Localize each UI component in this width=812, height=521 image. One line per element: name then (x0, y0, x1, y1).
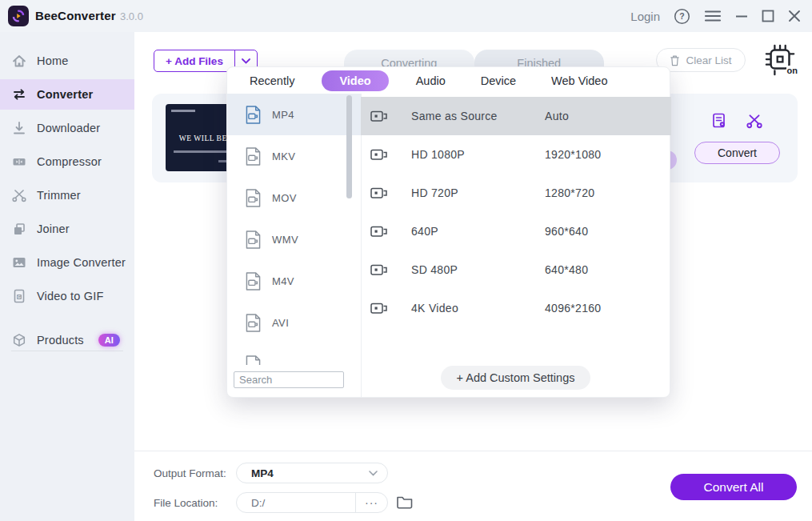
search-input[interactable] (234, 371, 344, 388)
convert-button[interactable]: Convert (694, 142, 780, 164)
resolution-list: Same as Source Auto HD 1080P 1920*1080 H… (361, 97, 671, 327)
video-file-icon (245, 188, 262, 208)
sidebar-item-label: Joiner (37, 222, 70, 235)
resolution-value: 4096*2160 (545, 302, 601, 315)
sidebar-item-products[interactable]: Products AI (0, 325, 134, 355)
resolution-item-640p[interactable]: 640P 960*640 (361, 212, 671, 250)
sidebar-item-label: Converter (37, 88, 93, 101)
svg-text:?: ? (679, 11, 684, 21)
clear-list-label: Clear List (686, 54, 731, 66)
resolution-value: 1280*720 (545, 186, 594, 199)
downloader-icon (11, 120, 27, 136)
menu-icon[interactable] (704, 10, 722, 22)
thumbnail-header-text (171, 110, 195, 112)
add-custom-settings-button[interactable]: + Add Custom Settings (441, 366, 590, 390)
compressor-icon (11, 154, 27, 170)
ai-badge: AI (98, 334, 120, 347)
video-camera-icon (370, 226, 388, 238)
app-title: BeeConverter (35, 9, 116, 22)
format-list: MP4 MKV MOV WMV M4V (227, 94, 361, 365)
tab-web-video[interactable]: Web Video (543, 70, 615, 91)
resolution-value: Auto (545, 110, 569, 122)
trash-icon (670, 54, 680, 66)
image-converter-icon (11, 254, 27, 271)
format-item-avi[interactable]: AVI (227, 302, 361, 343)
app-version: 3.0.0 (120, 10, 143, 22)
tab-audio[interactable]: Audio (408, 70, 454, 91)
video-file-icon (245, 146, 262, 166)
sidebar-item-joiner[interactable]: Joiner (0, 214, 134, 244)
browse-more-button[interactable]: ··· (355, 493, 387, 512)
convert-all-button[interactable]: Convert All (670, 474, 797, 500)
format-item-wmv[interactable]: WMV (227, 218, 361, 260)
video-file-icon (245, 355, 262, 366)
sidebar-item-image-converter[interactable]: Image Converter (0, 247, 134, 278)
format-popup: Recently Video Audio Device Web Video MP… (226, 66, 670, 398)
video-camera-icon (370, 187, 388, 199)
gpu-acceleration-toggle[interactable]: on (764, 43, 798, 77)
format-label: MP4 (272, 109, 294, 121)
format-list-scrollbar[interactable] (346, 95, 352, 198)
tab-recently[interactable]: Recently (242, 70, 302, 91)
edit-settings-icon[interactable] (710, 112, 728, 130)
sidebar-item-compressor[interactable]: Compressor (0, 146, 134, 177)
login-button[interactable]: Login (630, 10, 660, 23)
resolution-item-hd-1080p[interactable]: HD 1080P 1920*1080 (361, 135, 671, 174)
app-window: BeeConverter 3.0.0 Login ? Home (0, 0, 812, 521)
trim-scissors-icon[interactable] (746, 112, 763, 130)
resolution-item-sd-480p[interactable]: SD 480P 640*480 (361, 250, 671, 289)
video-camera-icon (370, 264, 388, 276)
format-label: MKV (272, 150, 295, 162)
joiner-icon (11, 221, 27, 237)
tab-video[interactable]: Video (322, 70, 388, 91)
resolution-item-4k[interactable]: 4K Video 4096*2160 (361, 289, 671, 327)
sidebar-item-label: Compressor (37, 155, 102, 168)
main-content: + Add Files Converting Finished Clear Li… (134, 32, 812, 521)
sidebar: Home Converter Downloader Compressor Tri… (0, 32, 134, 521)
format-item-mov[interactable]: MOV (227, 177, 361, 218)
resolution-item-hd-720p[interactable]: HD 720P 1280*720 (361, 174, 671, 212)
svg-text:G: G (18, 295, 21, 299)
output-format-label: Output Format: (154, 467, 226, 479)
resolution-item-same-as-source[interactable]: Same as Source Auto (361, 97, 671, 135)
output-format-select[interactable]: MP4 (236, 463, 388, 483)
home-icon (11, 53, 27, 69)
sidebar-item-trimmer[interactable]: Trimmer (0, 180, 134, 210)
sidebar-item-label: Video to GIF (37, 290, 104, 303)
format-label: AVI (272, 317, 289, 329)
help-icon[interactable]: ? (674, 8, 690, 25)
sidebar-item-downloader[interactable]: Downloader (0, 113, 134, 143)
chevron-down-icon (369, 471, 378, 476)
products-icon (11, 332, 27, 348)
close-button[interactable] (788, 10, 801, 22)
titlebar: BeeConverter 3.0.0 Login ? (0, 0, 812, 32)
maximize-button[interactable] (762, 10, 774, 22)
resolution-name: SD 480P (411, 263, 458, 276)
sidebar-item-label: Home (37, 54, 68, 67)
sidebar-item-converter[interactable]: Converter (0, 79, 134, 110)
app-logo-icon (8, 6, 29, 26)
format-label: MOV (272, 192, 297, 204)
sidebar-item-label: Trimmer (37, 189, 81, 202)
resolution-name: 640P (411, 225, 438, 238)
format-item-m4v[interactable]: M4V (227, 260, 361, 302)
sidebar-item-label: Downloader (37, 122, 100, 134)
video-camera-icon (370, 149, 388, 161)
sidebar-item-home[interactable]: Home (0, 46, 134, 76)
resolution-name: Same as Source (411, 110, 498, 122)
video-camera-icon (370, 303, 388, 315)
converter-icon (11, 86, 27, 102)
format-item-mkv[interactable]: MKV (227, 135, 361, 177)
file-location-input[interactable] (251, 497, 355, 509)
format-item-partial[interactable] (227, 343, 361, 365)
sidebar-item-video-to-gif[interactable]: G Video to GIF (0, 281, 134, 311)
tab-device[interactable]: Device (473, 70, 524, 91)
folder-icon[interactable] (396, 494, 414, 510)
format-item-mp4[interactable]: MP4 (227, 94, 361, 135)
resolution-value: 960*640 (545, 225, 588, 238)
video-camera-icon (370, 110, 388, 122)
minimize-button[interactable] (735, 10, 748, 22)
video-file-icon (245, 271, 262, 291)
footer-divider (134, 451, 812, 451)
video-file-icon (245, 105, 262, 125)
